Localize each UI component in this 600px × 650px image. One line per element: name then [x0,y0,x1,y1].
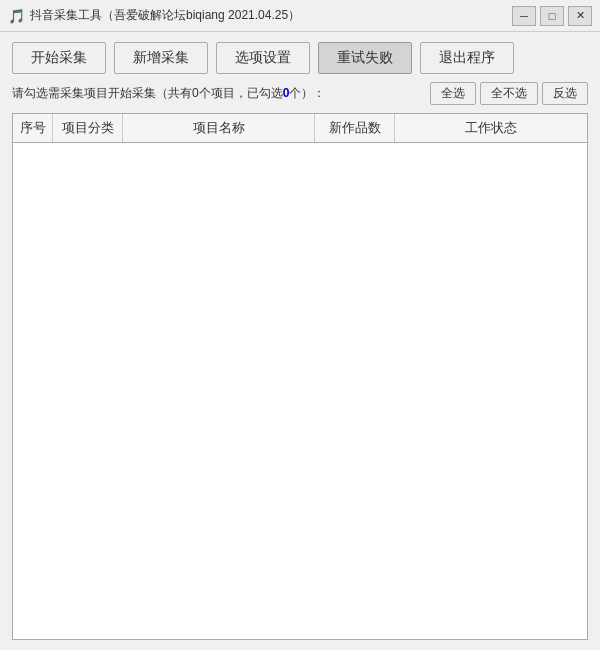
title-bar-left: 🎵 抖音采集工具（吾爱破解论坛biqiang 2021.04.25） [8,7,300,24]
description-mid: 个项目，已勾选 [199,86,283,100]
table-body [13,143,587,639]
app-icon: 🎵 [8,8,24,24]
maximize-button[interactable]: □ [540,6,564,26]
toolbar: 开始采集 新增采集 选项设置 重试失败 退出程序 [12,42,588,74]
invert-select-button[interactable]: 反选 [542,82,588,105]
total-count: 0 [192,86,199,100]
options-button[interactable]: 选项设置 [216,42,310,74]
action-bar-description: 请勾选需采集项目开始采集（共有0个项目，已勾选0个）： [12,85,430,102]
main-content: 开始采集 新增采集 选项设置 重试失败 退出程序 请勾选需采集项目开始采集（共有… [0,32,600,650]
description-suffix: 个）： [289,86,325,100]
select-all-button[interactable]: 全选 [430,82,476,105]
col-new-works: 新作品数 [315,114,395,142]
minimize-button[interactable]: ─ [512,6,536,26]
window-title: 抖音采集工具（吾爱破解论坛biqiang 2021.04.25） [30,7,300,24]
deselect-all-button[interactable]: 全不选 [480,82,538,105]
data-table: 序号 项目分类 项目名称 新作品数 工作状态 [12,113,588,640]
col-category: 项目分类 [53,114,123,142]
action-bar: 请勾选需采集项目开始采集（共有0个项目，已勾选0个）： 全选 全不选 反选 [12,82,588,105]
col-index: 序号 [13,114,53,142]
close-button[interactable]: ✕ [568,6,592,26]
title-bar: 🎵 抖音采集工具（吾爱破解论坛biqiang 2021.04.25） ─ □ ✕ [0,0,600,32]
col-status: 工作状态 [395,114,587,142]
retry-failed-button[interactable]: 重试失败 [318,42,412,74]
title-bar-controls: ─ □ ✕ [512,6,592,26]
exit-button[interactable]: 退出程序 [420,42,514,74]
new-collect-button[interactable]: 新增采集 [114,42,208,74]
description-prefix: 请勾选需采集项目开始采集（共有 [12,86,192,100]
table-header: 序号 项目分类 项目名称 新作品数 工作状态 [13,114,587,143]
action-bar-right: 全选 全不选 反选 [430,82,588,105]
col-name: 项目名称 [123,114,315,142]
start-collect-button[interactable]: 开始采集 [12,42,106,74]
